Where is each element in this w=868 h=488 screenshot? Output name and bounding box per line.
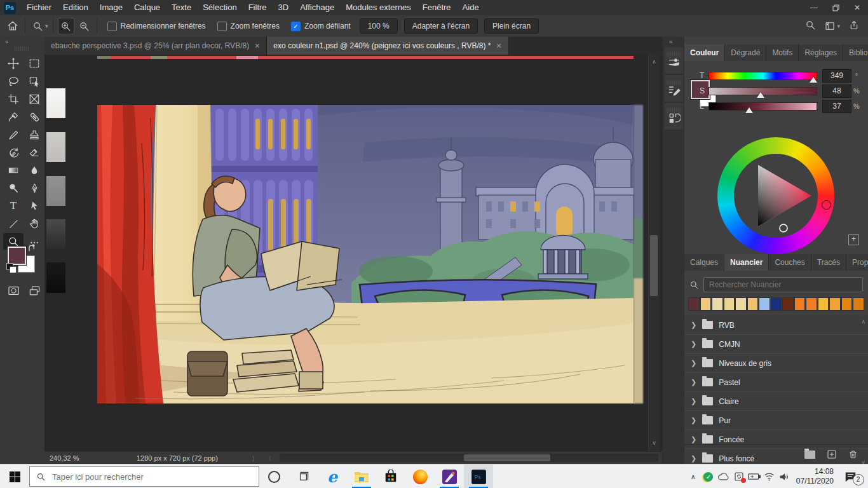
value-scale-dark[interactable] [46,219,65,249]
home-icon[interactable] [5,18,20,34]
tab-motifs[interactable]: Motifs [766,44,799,61]
swatch[interactable] [712,297,723,311]
menu-affichage[interactable]: Affichage [294,0,340,15]
foreground-background-colors[interactable] [8,247,37,276]
tab-calques[interactable]: Calques [684,254,724,271]
group-pastel[interactable]: ❯Pastel [684,373,868,392]
swatch[interactable] [841,297,853,311]
value-scale-light[interactable] [46,132,65,162]
file-explorer-icon[interactable] [347,464,376,488]
scrubby-zoom-checkbox[interactable]: ✓Zoom défilant [291,22,351,31]
quick-mask-icon[interactable] [4,282,22,299]
wifi-icon[interactable] [762,464,777,488]
move-tool[interactable] [4,55,22,72]
zoom-tool-icon[interactable] [30,18,45,34]
resize-windows-checkbox[interactable]: Redimensionner fenêtres [107,22,206,31]
search-icon[interactable] [805,20,816,32]
hue-slider[interactable] [709,72,817,80]
restore-icon[interactable] [825,0,846,15]
swatch[interactable] [724,297,735,311]
history-panel-icon[interactable]: |||||||| [665,103,683,130]
pen-tool[interactable] [25,180,43,196]
tray-expand-icon[interactable]: ∧ [686,464,701,488]
fit-screen-button[interactable]: Adapter à l'écran [404,18,478,34]
line-tool[interactable] [4,215,22,232]
zoom-in-button[interactable] [58,18,74,34]
menu-fenetre[interactable]: Fenêtre [417,0,457,15]
expand-panels-icon[interactable]: « [669,38,673,45]
zoom-100-button[interactable]: 100 % [360,18,398,34]
workspace-icon[interactable]: ▾ [825,21,840,31]
foreground-color-swatch[interactable] [8,247,26,265]
swatch[interactable] [853,297,864,311]
chevron-down-icon[interactable]: ▾ [45,23,48,29]
taskbar-search-input[interactable] [51,471,231,482]
group-niveaux-de-gris[interactable]: ❯Niveaux de gris [684,354,868,373]
antivirus-icon[interactable]: ✓ [701,464,716,488]
menu-texte[interactable]: Texte [166,0,197,15]
swatch[interactable] [782,297,794,311]
document-tab-active[interactable]: exo couleur n1.psd @ 240% (peignez ici v… [267,37,508,55]
notification-center-icon[interactable]: 2 [840,464,868,488]
menu-edition[interactable]: Edition [57,0,94,15]
tab-traces[interactable]: Tracés [811,254,846,271]
hue-slider-handle[interactable] [810,77,817,83]
battery-icon[interactable] [747,464,762,488]
group-rvb[interactable]: ❯RVB [684,316,868,335]
hscroll-left-icon[interactable]: 〈 [266,455,271,463]
healing-brush-tool[interactable] [25,109,43,125]
cortana-icon[interactable] [259,464,288,488]
close-icon[interactable]: ✕ [846,0,868,15]
scroll-down-icon[interactable]: ∨ [649,440,660,446]
swatch[interactable] [806,297,817,311]
dodge-tool[interactable] [4,180,22,196]
sync-icon[interactable] [731,464,747,488]
tab-degrade[interactable]: Dégradé [725,44,766,61]
value-scale-mid[interactable] [46,176,65,206]
add-swatch-plus-icon[interactable]: + [848,234,859,245]
status-flyout-icon[interactable]: 〉 [252,454,259,464]
canvas-content-strip[interactable] [97,56,634,59]
lasso-tool[interactable] [4,73,22,90]
volume-icon[interactable] [777,464,792,488]
new-group-icon[interactable] [804,451,815,459]
history-brush-tool[interactable] [4,144,22,161]
task-view-icon[interactable] [288,464,318,488]
new-swatch-icon[interactable] [827,449,837,459]
taskbar-clock[interactable]: 14:08 07/11/2020 [796,467,834,486]
swatch[interactable] [759,297,770,311]
hand-tool[interactable] [25,215,43,232]
tab-propriete[interactable]: Propriété [846,254,868,271]
eraser-tool[interactable] [25,144,43,161]
clone-stamp-tool[interactable] [25,126,43,143]
swatch[interactable] [688,297,700,311]
taskbar-search[interactable] [29,466,259,487]
menu-modules-externes[interactable]: Modules externes [340,0,417,15]
luminosity-value[interactable]: 37 [822,100,851,113]
color-triangle[interactable] [734,154,818,238]
gradient-tool[interactable] [4,162,22,179]
horizontal-scroll-thumb[interactable] [464,454,550,461]
swatch[interactable] [829,297,841,311]
swatch-search-input[interactable] [703,277,863,292]
saturation-slider[interactable] [709,87,817,95]
vertical-scrollbar[interactable]: ∧ ∨ [648,55,660,451]
swatch[interactable] [735,297,747,311]
close-tab-icon[interactable]: ✕ [496,42,502,50]
paint-app-icon[interactable] [435,464,464,488]
menu-image[interactable]: Image [94,0,128,15]
minimize-icon[interactable]: — [803,0,825,15]
start-button[interactable] [0,464,29,488]
luminosity-slider[interactable] [709,102,817,111]
tab-bibliotheques[interactable]: Bibliothè [843,44,868,61]
horizontal-scrollbar[interactable] [280,454,658,462]
hue-value[interactable]: 349 [822,69,851,83]
swatch[interactable] [700,297,712,311]
firefox-icon[interactable] [405,464,435,488]
swatch[interactable] [771,297,782,311]
group-cmjn[interactable]: ❯CMJN [684,335,868,354]
scroll-up-icon[interactable]: ∧ [649,58,660,65]
canvas-artwork[interactable] [97,105,634,403]
canvas-edge-content[interactable] [634,105,643,403]
microsoft-store-icon[interactable] [376,464,405,488]
